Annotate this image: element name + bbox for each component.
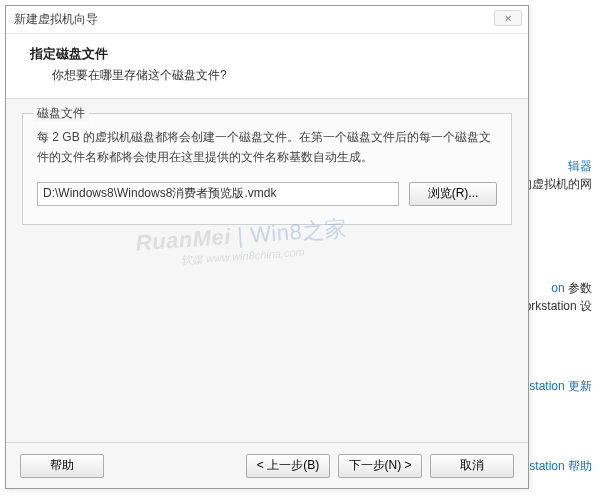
bg-link[interactable]: 辑器 — [568, 158, 592, 175]
browse-button[interactable]: 浏览(R)... — [409, 182, 497, 206]
disk-file-group: 磁盘文件 每 2 GB 的虚拟机磁盘都将会创建一个磁盘文件。在第一个磁盘文件后的… — [22, 113, 512, 225]
help-button[interactable]: 帮助 — [20, 454, 104, 478]
wizard-footer: 帮助 < 上一步(B) 下一步(N) > 取消 — [6, 442, 528, 488]
page-title: 指定磁盘文件 — [30, 46, 508, 63]
bg-link[interactable]: on 参数 — [551, 280, 592, 297]
group-description: 每 2 GB 的虚拟机磁盘都将会创建一个磁盘文件。在第一个磁盘文件后的每一个磁盘… — [37, 128, 497, 168]
close-icon: ✕ — [504, 13, 512, 24]
back-button[interactable]: < 上一步(B) — [246, 454, 330, 478]
wizard-body: 磁盘文件 每 2 GB 的虚拟机磁盘都将会创建一个磁盘文件。在第一个磁盘文件后的… — [6, 99, 528, 442]
group-label: 磁盘文件 — [33, 105, 89, 122]
path-row: 浏览(R)... — [37, 182, 497, 206]
cancel-button[interactable]: 取消 — [430, 454, 514, 478]
close-button[interactable]: ✕ — [494, 10, 522, 26]
next-button[interactable]: 下一步(N) > — [338, 454, 422, 478]
dialog-titlebar: 新建虚拟机向导 ✕ — [6, 6, 528, 34]
dialog-title: 新建虚拟机向导 — [14, 11, 98, 28]
wizard-header: 指定磁盘文件 你想要在哪里存储这个磁盘文件? — [6, 34, 528, 99]
wizard-dialog: 新建虚拟机向导 ✕ 指定磁盘文件 你想要在哪里存储这个磁盘文件? 磁盘文件 每 … — [5, 5, 529, 489]
disk-path-input[interactable] — [37, 182, 399, 206]
page-subtitle: 你想要在哪里存储这个磁盘文件? — [52, 67, 508, 84]
